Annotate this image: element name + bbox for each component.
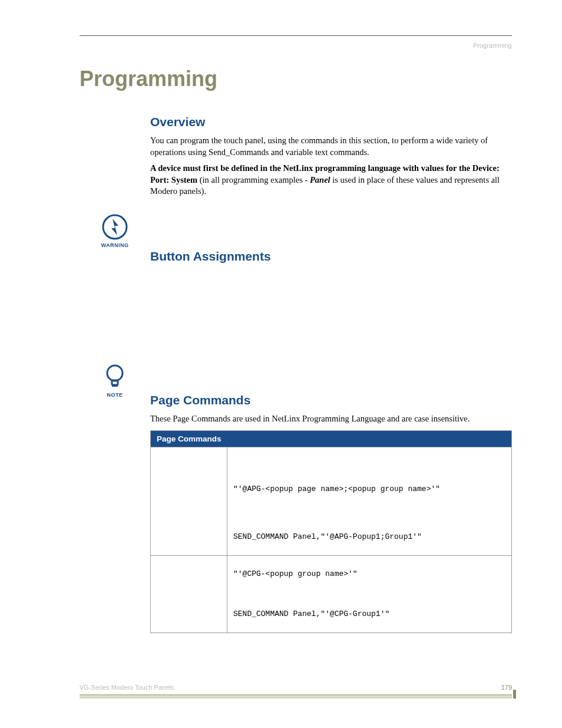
command-example: SEND_COMMAND Panel,"'@APG-Popup1;Group1'…: [233, 532, 505, 542]
page-commands-intro: These Page Commands are used in NetLinx …: [150, 413, 512, 425]
svg-rect-2: [112, 380, 118, 385]
table-header: Page Commands: [151, 431, 511, 447]
page-title: Programming: [80, 67, 512, 91]
table-row: "'@APG-<popup page name>;<popup group na…: [151, 447, 511, 555]
page-commands-heading: Page Commands: [150, 393, 512, 407]
overview-paragraph-1: You can program the touch panel, using t…: [150, 135, 512, 158]
note-icon: NOTE: [80, 364, 150, 398]
overview-heading: Overview: [150, 115, 512, 129]
overview-paragraph-2: A device must first be defined in the Ne…: [150, 163, 512, 197]
command-syntax: "'@APG-<popup page name>;<popup group na…: [233, 484, 505, 495]
page-number: 179: [501, 684, 512, 691]
button-assignments-heading: Button Assignments: [150, 249, 512, 263]
svg-point-1: [107, 365, 123, 381]
command-syntax: "'@CPG-<popup group name>'": [233, 569, 505, 579]
command-example: SEND_COMMAND Panel,"'@CPG-Group1'": [233, 609, 505, 620]
page-commands-table: Page Commands "'@APG-<popup page name>;<…: [150, 430, 512, 633]
footer-product-name: VG-Series Modero Touch Panels: [80, 684, 174, 691]
table-row: "'@CPG-<popup group name>'" SEND_COMMAND…: [151, 555, 511, 633]
header-section-label: Programming: [80, 42, 512, 49]
warning-icon: WARNING: [80, 214, 150, 248]
